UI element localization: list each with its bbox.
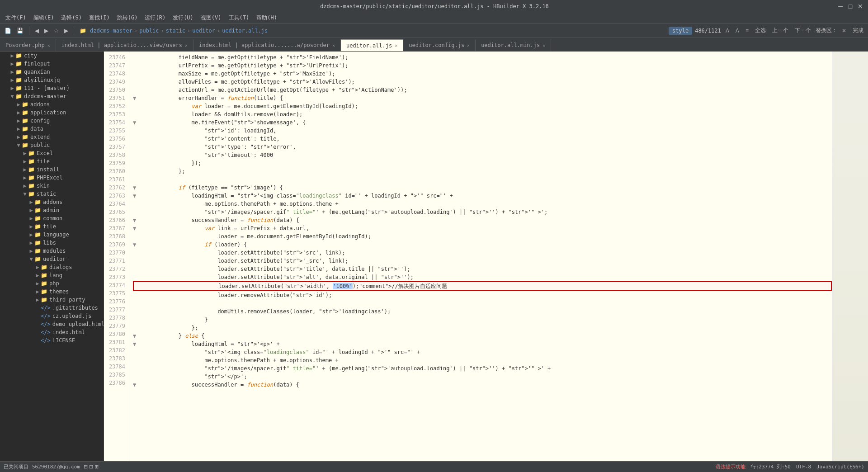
- sidebar-item-26[interactable]: ▶📁dialogs: [0, 263, 104, 271]
- menu-item-s[interactable]: 选择(S): [57, 13, 85, 23]
- sidebar-item-2[interactable]: ▶📁quanxian: [0, 68, 104, 76]
- sidebar-item-9[interactable]: ▶📁data: [0, 125, 104, 133]
- code-line-23749[interactable]: allowFiles = me.getOpt(filetype + "str">…: [133, 78, 832, 86]
- toolbar-align[interactable]: ≡: [744, 27, 750, 35]
- fold-arrow-40[interactable]: ▼: [133, 381, 139, 389]
- tab-4[interactable]: ueditor.config.js✕: [403, 39, 476, 51]
- sidebar-item-27[interactable]: ▶📁lang: [0, 271, 104, 279]
- sidebar-item-11[interactable]: ▼📁public: [0, 141, 104, 149]
- code-line-23754[interactable]: ▼ me.fireEvent("str">'showmessage', {: [133, 118, 832, 127]
- close-button[interactable]: ✕: [857, 3, 863, 9]
- code-line-23785[interactable]: "str">'</p>';: [133, 373, 832, 381]
- tab-close-5[interactable]: ✕: [542, 43, 545, 48]
- menu-item-f[interactable]: 文件(F): [2, 13, 30, 23]
- code-line-23766[interactable]: ▼ successHandler = function(data) {: [133, 216, 832, 224]
- code-line-23748[interactable]: maxSize = me.getOpt(filetype + "str">'Ma…: [133, 70, 832, 78]
- prev-btn[interactable]: 上一个: [770, 26, 790, 35]
- maximize-button[interactable]: □: [847, 3, 854, 9]
- code-line-23779[interactable]: };: [133, 324, 832, 332]
- code-line-23764[interactable]: me.options.themePath + me.options.theme …: [133, 200, 832, 208]
- code-line-23746[interactable]: fieldName = me.getOpt(filetype + "str">'…: [133, 53, 832, 61]
- code-line-23784[interactable]: "str">'/images/spacer.gif" title="' + (m…: [133, 364, 832, 373]
- code-line-23750[interactable]: actionUrl = me.getActionUrl(me.getOpt(fi…: [133, 86, 832, 94]
- font-size-btn[interactable]: A: [724, 27, 731, 35]
- breadcrumb-root[interactable]: dzdcms-master: [90, 28, 132, 34]
- code-line-23786[interactable]: ▼ successHandler = function(data) {: [133, 381, 832, 389]
- sidebar-item-5[interactable]: ▼📁dzdcms-master: [0, 92, 104, 100]
- menu-item-i[interactable]: 查找(I): [85, 13, 113, 23]
- sidebar-item-22[interactable]: ▶📁language: [0, 231, 104, 239]
- code-line-23782[interactable]: "str">'<img class="loadingclass" id="' +…: [133, 348, 832, 356]
- sidebar-item-29[interactable]: ▶📁themes: [0, 288, 104, 296]
- breadcrumb-static[interactable]: static: [166, 28, 185, 34]
- sidebar-item-3[interactable]: ▶📁alyilinuxjq: [0, 76, 104, 84]
- code-line-23751[interactable]: ▼ errorHandler = function(title) {: [133, 94, 832, 102]
- code-line-23775[interactable]: loader.removeAttribute("str">'id');: [133, 291, 832, 299]
- menu-item-u[interactable]: 发行(U): [169, 13, 197, 23]
- code-line-23756[interactable]: "str">'content': title,: [133, 135, 832, 143]
- next-btn[interactable]: 下一个: [793, 26, 813, 35]
- code-line-23762[interactable]: ▼ if (filetype == "str">'image') {: [133, 184, 832, 192]
- fold-arrow-23[interactable]: ▼: [133, 241, 139, 249]
- toolbar-back[interactable]: ◀: [33, 27, 41, 35]
- toolbar-bookmark[interactable]: ☆: [52, 27, 61, 35]
- code-line-23761[interactable]: [133, 175, 832, 184]
- code-line-23763[interactable]: ▼ loadingHtml = "str">'<img class="loadi…: [133, 192, 832, 200]
- sidebar-item-35[interactable]: </>LICENSE: [0, 336, 104, 345]
- sidebar-item-31[interactable]: </>.gitattributes: [0, 304, 104, 312]
- tab-0[interactable]: Posorder.php✕: [0, 39, 56, 51]
- code-line-23760[interactable]: };: [133, 167, 832, 175]
- sidebar-item-8[interactable]: ▶📁config: [0, 117, 104, 125]
- finish-btn[interactable]: 完成: [851, 26, 865, 35]
- sidebar-item-1[interactable]: ▶📁finleput: [0, 60, 104, 68]
- toolbar-folder[interactable]: 📁: [78, 27, 88, 35]
- font-large-btn[interactable]: A: [734, 27, 741, 35]
- tab-close-0[interactable]: ✕: [47, 43, 50, 48]
- code-line-23780[interactable]: ▼ } else {: [133, 332, 832, 340]
- toolbar-save[interactable]: 💾: [15, 27, 25, 35]
- tab-5[interactable]: ueditor.all.min.js✕: [476, 39, 551, 51]
- code-line-23778[interactable]: }: [133, 316, 832, 324]
- code-lines[interactable]: fieldName = me.getOpt(filetype + "str">'…: [129, 52, 832, 461]
- fold-arrow-20[interactable]: ▼: [133, 216, 139, 224]
- fold-arrow-17[interactable]: ▼: [133, 192, 139, 200]
- minimize-button[interactable]: ─: [837, 3, 844, 9]
- tab-close-4[interactable]: ✕: [467, 43, 470, 48]
- sidebar-item-21[interactable]: ▶📁file: [0, 222, 104, 231]
- code-line-23767[interactable]: ▼ var link = urlPrefix + data.url,: [133, 224, 832, 232]
- tab-1[interactable]: index.html | applicatio....view/users✕: [56, 39, 193, 51]
- code-line-23771[interactable]: loader.setAttribute("str">'_src', link);: [133, 257, 832, 265]
- breadcrumb-file[interactable]: ueditor.all.js: [222, 28, 268, 34]
- sidebar-item-32[interactable]: </>cz.upload.js: [0, 312, 104, 320]
- menu-item-r[interactable]: 运行(R): [141, 13, 169, 23]
- code-line-23753[interactable]: loader && domUtils.remove(loader);: [133, 110, 832, 118]
- sidebar-item-10[interactable]: ▶📁extend: [0, 133, 104, 141]
- code-line-23765[interactable]: "str">'/images/spacer.gif" title="' + (m…: [133, 208, 832, 216]
- menu-item-t[interactable]: 工具(T): [225, 13, 253, 23]
- tab-3[interactable]: ueditor.all.js✕: [341, 39, 403, 51]
- sidebar-item-6[interactable]: ▶📁addons: [0, 100, 104, 109]
- sidebar-item-16[interactable]: ▶📁skin: [0, 182, 104, 190]
- menu-item-v[interactable]: 视图(V): [197, 13, 225, 23]
- code-line-23757[interactable]: "str">'type': "str">'error',: [133, 143, 832, 151]
- code-line-23759[interactable]: });: [133, 159, 832, 167]
- code-line-23772[interactable]: loader.setAttribute("str">'title', data.…: [133, 265, 832, 273]
- sidebar-item-23[interactable]: ▶📁libs: [0, 239, 104, 247]
- sidebar-item-7[interactable]: ▶📁application: [0, 109, 104, 117]
- sidebar-item-18[interactable]: ▶📁addons: [0, 198, 104, 206]
- sidebar-item-24[interactable]: ▶📁modules: [0, 247, 104, 255]
- sidebar-item-17[interactable]: ▼📁static: [0, 190, 104, 198]
- fold-arrow-5[interactable]: ▼: [133, 94, 139, 102]
- tab-close-3[interactable]: ✕: [395, 43, 397, 48]
- menu-item-e[interactable]: 编辑(E): [30, 13, 58, 23]
- code-line-23769[interactable]: ▼ if (loader) {: [133, 241, 832, 249]
- toolbar-forward[interactable]: ▶: [42, 27, 50, 35]
- fold-arrow-21[interactable]: ▼: [133, 224, 139, 232]
- sidebar-item-20[interactable]: ▶📁common: [0, 214, 104, 222]
- code-line-23768[interactable]: loader = me.document.getElementById(load…: [133, 232, 832, 241]
- breadcrumb-public[interactable]: public: [139, 28, 159, 34]
- fold-arrow-16[interactable]: ▼: [133, 184, 139, 192]
- menu-item-g[interactable]: 跳转(G): [113, 13, 142, 23]
- toolbar-run[interactable]: ▶: [62, 27, 70, 35]
- tab-close-2[interactable]: ✕: [332, 43, 335, 48]
